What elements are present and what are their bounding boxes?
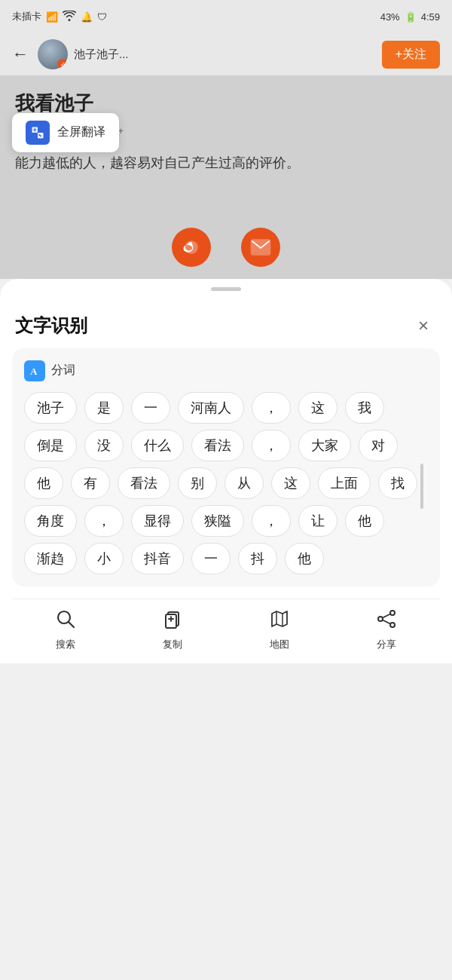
section-text: 分词 <box>51 363 75 378</box>
share-icon <box>376 608 397 635</box>
word-chip[interactable]: 对 <box>359 430 398 461</box>
article-area: 我看池子 03.21 21:50 阅读 667万+ 能力越低的人，越容易对自己产… <box>0 75 452 220</box>
word-chip[interactable]: 抖 <box>238 543 277 574</box>
battery-icon: 🔋 <box>405 11 417 23</box>
word-chip[interactable]: 从 <box>224 467 264 499</box>
weibo-icon[interactable] <box>172 228 211 267</box>
word-chip[interactable]: 河南人 <box>178 392 244 424</box>
word-chip[interactable]: 池子 <box>24 392 77 424</box>
word-chip[interactable]: 角度 <box>24 505 77 537</box>
footer-area <box>0 663 452 814</box>
follow-button[interactable]: +关注 <box>382 41 440 69</box>
word-chip[interactable]: 狭隘 <box>191 505 244 537</box>
word-chip[interactable]: 是 <box>84 392 124 424</box>
word-chip[interactable]: 他 <box>345 505 384 537</box>
word-chip[interactable]: 大家 <box>298 430 351 461</box>
word-chip[interactable]: ， <box>252 430 291 461</box>
bell-icon: 🔔 <box>81 11 93 23</box>
word-grid-row1: 池子 是 一 河南人 ， 这 我 <box>24 392 417 430</box>
sheet-title: 文字识别 <box>15 314 87 338</box>
social-row <box>0 220 452 279</box>
toolbar-map[interactable]: 地图 <box>226 608 333 651</box>
no-sim-text: 未插卡 <box>12 10 41 23</box>
word-chip[interactable]: 渐趋 <box>24 543 77 574</box>
word-chip[interactable]: 找 <box>378 467 417 499</box>
svg-text:A: A <box>30 366 38 377</box>
svg-point-15 <box>378 617 383 621</box>
word-chip[interactable]: 倒是 <box>24 430 77 461</box>
translate-tooltip[interactable]: 全屏翻译 <box>12 113 119 152</box>
word-chip[interactable]: 这 <box>271 467 310 499</box>
svg-line-17 <box>383 620 390 623</box>
scroll-indicator <box>420 464 423 509</box>
word-chip[interactable]: 看法 <box>191 430 244 461</box>
status-bar: 未插卡 📶 🔔 🛡 43% 🔋 4:59 <box>0 0 452 33</box>
word-chip[interactable]: 我 <box>345 392 384 424</box>
user-info: ✓ 池子池子... <box>38 39 373 69</box>
sheet-header: 文字识别 × <box>12 300 440 348</box>
section-label: A 分词 <box>24 360 428 381</box>
word-grid-row4: 角度 ， 显得 狭隘 ， 让 他 <box>24 505 417 543</box>
status-left: 未插卡 📶 🔔 🛡 <box>12 10 107 23</box>
bottom-sheet: 文字识别 × A 分词 池子 是 一 河南人 ， 这 我 倒是 <box>0 300 452 663</box>
copy-label: 复制 <box>163 638 182 651</box>
article-content: 能力越低的人，越容易对自己产生过高的评价。 <box>15 152 437 175</box>
map-icon <box>269 608 290 635</box>
section-icon: A <box>24 360 45 381</box>
word-chip[interactable]: ， <box>84 505 124 537</box>
toolbar-copy[interactable]: 复制 <box>119 608 226 651</box>
word-chip[interactable]: 一 <box>131 392 170 424</box>
drag-handle[interactable] <box>0 279 452 300</box>
svg-point-13 <box>390 611 395 615</box>
signal-icon: 📶 <box>46 11 58 23</box>
battery-text: 43% <box>380 11 400 23</box>
svg-point-5 <box>58 611 70 623</box>
avatar[interactable]: ✓ <box>38 39 68 69</box>
map-label: 地图 <box>270 638 289 651</box>
share-label: 分享 <box>377 638 396 651</box>
shield-icon: 🛡 <box>97 11 107 23</box>
word-grid-row2: 倒是 没 什么 看法 ， 大家 对 <box>24 430 417 467</box>
username[interactable]: 池子池子... <box>74 47 129 62</box>
word-chip[interactable]: 显得 <box>131 505 184 537</box>
svg-line-16 <box>383 614 390 617</box>
back-button[interactable]: ← <box>12 44 29 64</box>
status-right: 43% 🔋 4:59 <box>380 11 440 23</box>
word-chip[interactable]: ， <box>252 505 291 537</box>
handle-bar <box>211 287 241 291</box>
svg-line-6 <box>69 622 75 627</box>
toolbar-search[interactable]: 搜索 <box>12 608 119 651</box>
word-chip[interactable]: 看法 <box>118 467 170 499</box>
bottom-toolbar: 搜索 复制 地图 <box>12 599 440 663</box>
copy-icon <box>162 608 183 635</box>
svg-point-14 <box>390 623 395 627</box>
word-chip[interactable]: 有 <box>71 467 110 499</box>
toolbar-share[interactable]: 分享 <box>333 608 440 651</box>
word-card: A 分词 池子 是 一 河南人 ， 这 我 倒是 没 什么 看法 ， 大家 <box>12 348 440 586</box>
word-chip[interactable]: 这 <box>298 392 337 424</box>
word-chip[interactable]: 上面 <box>318 467 371 499</box>
word-chip[interactable]: ， <box>252 392 291 424</box>
header: ← ✓ 池子池子... +关注 <box>0 33 452 75</box>
search-icon <box>55 608 76 635</box>
mail-icon[interactable] <box>241 228 280 267</box>
translate-icon <box>26 121 50 145</box>
verified-badge: ✓ <box>57 59 68 69</box>
word-chip[interactable]: 他 <box>285 543 324 574</box>
word-chip[interactable]: 别 <box>178 467 217 499</box>
word-chip[interactable]: 让 <box>298 505 337 537</box>
time-text: 4:59 <box>421 11 440 23</box>
wifi-icon <box>63 11 76 23</box>
word-chip[interactable]: 抖音 <box>131 543 184 574</box>
translate-label: 全屏翻译 <box>57 124 105 140</box>
word-chip[interactable]: 一 <box>191 543 231 574</box>
word-chip[interactable]: 小 <box>84 543 124 574</box>
word-chip[interactable]: 没 <box>84 430 124 461</box>
close-button[interactable]: × <box>410 312 437 339</box>
word-chip[interactable]: 他 <box>24 467 63 499</box>
word-grid-row5: 渐趋 小 抖音 一 抖 他 <box>24 543 417 580</box>
word-chip[interactable]: 什么 <box>131 430 184 461</box>
word-grid-row3: 他 有 看法 别 从 这 上面 找 <box>24 467 417 505</box>
search-label: 搜索 <box>56 638 75 651</box>
